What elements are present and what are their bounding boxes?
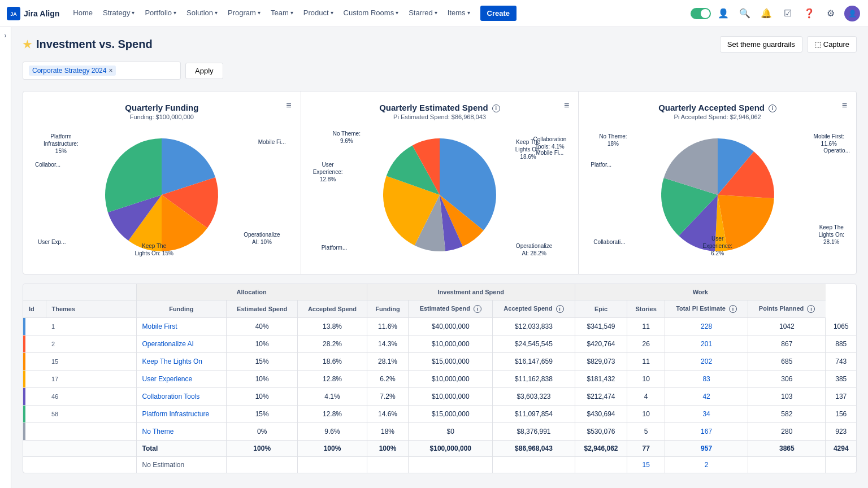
cell-theme: User Experience — [136, 371, 227, 388]
cell-total-funding-pct: 100% — [227, 441, 298, 457]
col-epic: Epic — [575, 300, 627, 318]
capture-button[interactable]: ⬚ Capture — [807, 36, 857, 53]
nav-starred[interactable]: Starred▾ — [404, 0, 442, 27]
col-stories: Stories — [627, 300, 665, 318]
info-icon[interactable]: i — [492, 104, 500, 112]
filter-tag-close[interactable]: × — [108, 67, 112, 75]
cell-theme: Platform Infrastructure — [136, 406, 227, 423]
cell-acc-spend-pct: 11.6% — [367, 318, 409, 336]
cell-funding: $10,000,000 — [409, 336, 493, 353]
nav-program[interactable]: Program▾ — [223, 0, 265, 27]
nav-items-menu[interactable]: Items▾ — [443, 0, 475, 27]
quarterly-accepted-title: Quarterly Accepted Spend i — [588, 103, 847, 112]
app-logo[interactable]: JA Jira Align — [7, 7, 59, 20]
theme-link[interactable]: User Experience — [142, 375, 193, 383]
no-estimation-row: No Estimation 15 2 — [23, 457, 856, 473]
table-row: 15 Keep The Lights On 15% 18.6% 28.1% $1… — [23, 353, 856, 371]
cell-stories: 42 — [665, 388, 748, 406]
info-icon[interactable]: i — [769, 104, 776, 112]
charts-row: Quarterly Funding Funding: $100,000,000 … — [23, 91, 857, 274]
nav-custom-rooms[interactable]: Custom Rooms▾ — [339, 0, 403, 27]
nav-home[interactable]: Home — [68, 0, 97, 27]
cell-noest-id — [46, 457, 136, 473]
theme-link[interactable]: Platform Infrastructure — [142, 410, 210, 418]
settings-icon[interactable]: ⚙ — [822, 5, 840, 23]
info-icon[interactable]: i — [807, 305, 815, 313]
toggle-switch[interactable] — [691, 8, 711, 19]
cell-stories: 228 — [665, 318, 748, 336]
theme-link[interactable]: Collaboration Tools — [142, 393, 200, 400]
theme-link[interactable]: Operationalize AI — [142, 340, 194, 348]
empty-header — [23, 284, 136, 300]
cell-noest-blank4 — [409, 457, 493, 473]
user-icon[interactable]: 👤 — [714, 5, 732, 23]
quarterly-accepted-subtitle: Pi Accepted Spend: $2,946,062 — [588, 114, 847, 120]
cell-est-spend: $3,603,323 — [493, 388, 575, 406]
theme-link[interactable]: No Theme — [142, 428, 174, 435]
info-icon[interactable]: i — [474, 305, 481, 313]
bell-icon[interactable]: 🔔 — [757, 5, 775, 23]
col-themes: Themes — [46, 300, 136, 318]
cell-noest-stories: 2 — [665, 457, 748, 473]
info-icon[interactable]: i — [729, 305, 737, 313]
cell-epic: 26 — [627, 336, 665, 353]
total-row: Total 100% 100% 100% $100,000,000 $86,96… — [23, 441, 856, 457]
quarterly-funding-title: Quarterly Funding — [32, 103, 292, 112]
cell-epic: 11 — [627, 353, 665, 371]
quarterly-estimated-subtitle: Pi Estimated Spend: $86,968,043 — [310, 114, 570, 120]
page-actions: Set theme guardrails ⬚ Capture — [720, 36, 857, 53]
create-button[interactable]: Create — [480, 6, 517, 21]
cell-epic: 10 — [627, 406, 665, 423]
capture-icon: ⬚ — [814, 40, 821, 49]
table-row: 1 Mobile First 40% 13.8% 11.6% $40,000,0… — [23, 318, 856, 336]
checkbox-icon[interactable]: ☑ — [779, 5, 797, 23]
cell-funding-pct: 15% — [227, 406, 298, 423]
label-user-exp-est: UserExperience:12.8% — [313, 162, 343, 182]
chevron-down-icon: ▾ — [331, 10, 333, 16]
cell-acc-spend-pct: 14.3% — [367, 336, 409, 353]
nav-strategy[interactable]: Strategy▾ — [98, 0, 139, 27]
chart-menu-icon[interactable]: ≡ — [842, 101, 847, 111]
nav-solution[interactable]: Solution▾ — [182, 0, 222, 27]
chart-menu-icon[interactable]: ≡ — [564, 101, 569, 111]
cell-points: 743 — [826, 353, 856, 371]
nav-product[interactable]: Product▾ — [299, 0, 338, 27]
col-id: Id — [23, 300, 46, 318]
cell-acc-spend-pct: 28.1% — [367, 353, 409, 371]
nav-team[interactable]: Team▾ — [266, 0, 298, 27]
cell-noest-blank8 — [826, 457, 856, 473]
data-table: Allocation Investment and Spend Work Id … — [23, 284, 857, 473]
quarterly-estimated-panel: Quarterly Estimated Spend i Pi Estimated… — [301, 91, 579, 274]
search-icon[interactable]: 🔍 — [736, 5, 754, 23]
allocation-header: Allocation — [136, 284, 367, 300]
help-icon[interactable]: ❓ — [800, 5, 818, 23]
theme-link[interactable]: Keep The Lights On — [142, 358, 203, 365]
star-icon[interactable]: ★ — [23, 38, 32, 51]
label-no-theme-acc: No Theme:18% — [599, 133, 627, 147]
cell-est-spend-pct: 28.2% — [298, 336, 367, 353]
filter-input[interactable]: Corporate Strategy 2024 × — [23, 62, 181, 80]
cell-est-spend-pct: 4.1% — [298, 388, 367, 406]
cell-stories: 34 — [665, 406, 748, 423]
label-mobile-acc: Mobile First:11.6% — [814, 133, 844, 147]
cell-id: 46 — [46, 388, 136, 406]
avatar[interactable]: 👤 — [843, 5, 861, 23]
col-points: Points Planned i — [748, 300, 826, 318]
set-theme-guardrails-button[interactable]: Set theme guardrails — [720, 36, 802, 53]
theme-link[interactable]: Mobile First — [142, 323, 177, 330]
cell-noest-blank1 — [227, 457, 298, 473]
label-op-ai-acc: Operatio... — [823, 147, 850, 154]
quarterly-funding-panel: Quarterly Funding Funding: $100,000,000 … — [23, 91, 301, 274]
chevron-down-icon: ▾ — [173, 10, 176, 16]
table-row: 46 Collaboration Tools 10% 4.1% 7.2% $10… — [23, 388, 856, 406]
cell-funding: $15,000,000 — [409, 353, 493, 371]
info-icon[interactable]: i — [556, 305, 564, 313]
quarterly-funding-chart: Mobile Fi... OperationalizeAI: 10% Keep … — [32, 127, 292, 263]
chart-menu-icon[interactable]: ≡ — [286, 101, 291, 111]
apply-button[interactable]: Apply — [185, 63, 223, 79]
cell-total-points: 4294 — [826, 441, 856, 457]
sidebar-toggle[interactable]: › — [5, 32, 7, 40]
cell-stories: 83 — [665, 371, 748, 388]
nav-portfolio[interactable]: Portfolio▾ — [140, 0, 181, 27]
nav-icon-group: 👤 🔍 🔔 ☑ ❓ ⚙ 👤 — [691, 5, 861, 23]
